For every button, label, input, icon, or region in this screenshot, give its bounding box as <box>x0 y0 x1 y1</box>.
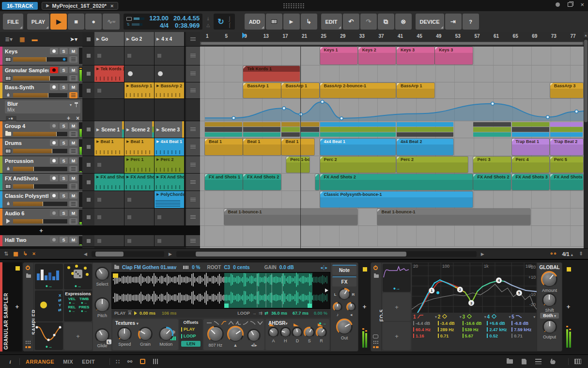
inspector-icon[interactable] <box>522 359 526 365</box>
fx-slot-button[interactable]: FX <box>332 276 356 287</box>
solo-button[interactable]: S <box>60 175 68 181</box>
gain-value[interactable]: 0.0 dB <box>279 265 294 270</box>
arranger-clip[interactable]: Perc 1-bounce <box>286 157 309 173</box>
beat-ruler[interactable]: 1591317212529333741454953576165697377 <box>200 32 584 47</box>
arranger-toggle-icon[interactable] <box>153 359 158 364</box>
solo-button[interactable]: S <box>60 210 68 216</box>
touch-mode-icon[interactable] <box>550 359 556 364</box>
xy-pad-modulator[interactable]: X⇄Y⇄ <box>35 290 63 321</box>
launcher-cell[interactable]: ▶FX And Sho… <box>155 174 185 191</box>
filter-res-knob[interactable] <box>227 326 244 342</box>
arranger-track-lane[interactable]: Perc 1-bouncePerc 2Perc 2Perc 3Perc 4Per… <box>200 156 584 174</box>
edit-menu-button[interactable]: EDIT <box>321 14 342 30</box>
mod-route-icon[interactable]: ●→ <box>75 284 81 288</box>
metronome-icon[interactable]: △ <box>206 22 210 29</box>
track-header-granular-sampler[interactable]: Granular SamplerSM <box>0 65 82 82</box>
record-button[interactable]: ● <box>85 14 102 30</box>
env-a-knob[interactable] <box>268 327 279 338</box>
tab-close-icon[interactable]: × <box>110 3 113 9</box>
duplicate-button[interactable]: ⧉ <box>378 14 394 30</box>
record-arm-button[interactable] <box>50 67 58 73</box>
sample-name[interactable]: Clap FM Gothen 01.wav <box>122 265 176 270</box>
device-menu-button[interactable]: DEVICE <box>416 14 444 30</box>
arranger-clip[interactable]: 4x4 Beat 1 <box>320 139 396 155</box>
filter-shape-icon-6[interactable] <box>243 321 248 325</box>
record-arm-button[interactable] <box>50 158 58 164</box>
arranger-clip[interactable]: Beat 1 <box>243 139 281 155</box>
band-type-icon[interactable] <box>515 314 522 320</box>
volume-slider[interactable] <box>13 93 67 97</box>
mod-route-icon[interactable]: ●→ <box>46 345 52 349</box>
chevron-down-icon[interactable]: ▾ <box>509 315 511 319</box>
clip-stop-cell[interactable] <box>82 208 94 226</box>
record-arm-button[interactable] <box>50 84 58 90</box>
launcher-cell[interactable]: ▶BassArp 2 <box>155 82 185 98</box>
random-dice-modulator[interactable]: ●→ <box>64 264 92 289</box>
track-menu-button[interactable] <box>69 92 77 98</box>
add-device-start-button[interactable]: + <box>15 303 19 310</box>
track-header-keys[interactable]: KeysSM <box>0 47 82 65</box>
scene-header-1[interactable]: ▶Go <box>94 32 124 46</box>
loop-off-icon[interactable]: → <box>252 311 257 316</box>
velocity-knob[interactable] <box>333 302 342 312</box>
arranger-clip[interactable]: FX And Shots 2 <box>243 174 281 190</box>
curve-modulator[interactable]: ●→ <box>35 322 63 350</box>
launcher-scroll-right-icon[interactable]: ▶ <box>167 252 173 256</box>
editor-panel-icon[interactable] <box>574 359 581 364</box>
punch-in-icon[interactable]: ⌡ <box>228 16 231 22</box>
launcher-scrollbar[interactable] <box>92 251 164 257</box>
launcher-cell[interactable] <box>124 208 155 225</box>
scene-cell-menu[interactable] <box>186 156 200 174</box>
launcher-cell[interactable] <box>124 191 155 208</box>
stop-button[interactable]: ■ <box>68 14 84 30</box>
arranger-clip[interactable]: Keys 2 <box>358 47 396 64</box>
automation-point[interactable] <box>232 116 235 119</box>
arranger-clip[interactable]: 4x4 Beat 2 <box>397 139 453 155</box>
launcher-cell[interactable]: ▶Perc 2 <box>155 156 185 173</box>
preset-folder-icon[interactable] <box>26 274 31 278</box>
play-button[interactable]: ▶ <box>50 14 67 30</box>
restore-window-icon[interactable] <box>568 2 573 7</box>
playhead[interactable] <box>300 47 301 248</box>
root-cents-value[interactable]: 0 cents <box>233 265 249 270</box>
power-icon[interactable] <box>26 266 30 270</box>
stop-all-clips-button[interactable] <box>87 37 91 41</box>
launcher-cell[interactable] <box>124 65 155 82</box>
launcher-cell[interactable]: ▶Beat 1 <box>94 138 124 156</box>
root-note-value[interactable]: C3 <box>224 265 230 270</box>
arranger-track-lane[interactable]: Tek Kords 1 <box>200 65 584 82</box>
track-header-bass-synth[interactable]: Bass-SynthSMılı <box>0 82 82 99</box>
launcher-cell[interactable] <box>94 235 124 246</box>
arranger-clip[interactable]: FX And Shots 3 <box>512 174 550 190</box>
envelope-follower-modulator[interactable]: ●→ <box>383 264 411 292</box>
track-menu-button[interactable] <box>69 218 77 224</box>
arranger-clip[interactable]: Perc 2 <box>320 157 396 173</box>
filter-shape-icon-7[interactable] <box>250 321 256 325</box>
automation-param-select[interactable]: BlurMix▾ <box>5 100 80 113</box>
mute-button[interactable]: M <box>69 48 77 54</box>
solo-button[interactable]: S <box>60 123 68 129</box>
redo-button[interactable]: ↷ <box>360 14 377 30</box>
solo-button[interactable]: S <box>60 67 68 73</box>
add-modulator-button[interactable]: + <box>383 293 411 321</box>
expression-rel[interactable]: REL●→ <box>66 305 78 313</box>
steps-modulator[interactable]: ●→ <box>35 264 63 289</box>
shift-knob[interactable] <box>542 293 557 307</box>
launcher-grid-toggle-icon[interactable]: ▦ <box>19 36 25 43</box>
track-chip[interactable] <box>567 267 571 272</box>
loop-fade-value[interactable]: 0.00 % <box>314 311 327 316</box>
arranger-track-lane[interactable]: FX and Shots 1FX And Shots 2FX And Shots… <box>200 174 584 191</box>
eq-band-handle-2[interactable]: 2 <box>457 287 463 292</box>
eq-mode-select[interactable]: Both ▾ <box>540 313 559 319</box>
eq-band-header[interactable]: 3▾ <box>463 314 486 320</box>
arranger-clip[interactable]: Trap Beat 2 <box>550 139 583 155</box>
track-menu-button[interactable] <box>69 75 77 81</box>
band-type-icon[interactable] <box>441 314 448 320</box>
user-dot-icon[interactable] <box>556 2 560 7</box>
automation-point[interactable] <box>321 100 324 103</box>
eq-band-4[interactable]: 4▾+5.6 dB2.47 kHz0.52 <box>487 314 511 350</box>
band-q-value[interactable]: 5.67 <box>463 333 486 339</box>
band-gain-value[interactable]: -6.8 dB <box>511 320 535 326</box>
eq-band-handle-3[interactable]: 3 <box>468 300 474 306</box>
browser-folder-icon[interactable] <box>507 359 513 364</box>
